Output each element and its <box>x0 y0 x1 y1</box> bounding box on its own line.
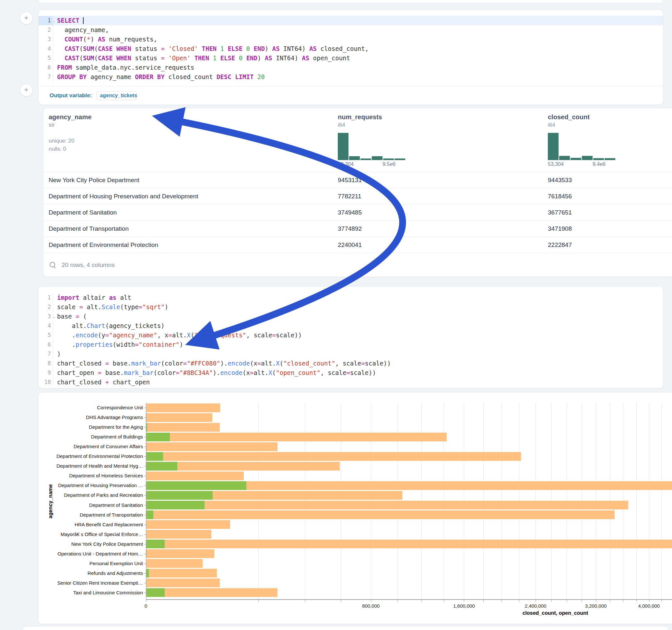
code-line[interactable]: 2scale = alt.Scale(type="sqrt") <box>39 302 663 312</box>
gridline <box>661 403 662 599</box>
code-token: WHEN <box>116 45 131 52</box>
add-cell-button[interactable]: + <box>20 12 33 25</box>
table-cell: 3471908 <box>543 225 672 232</box>
code-token: = <box>135 341 138 348</box>
code-token: mark_bar <box>131 360 161 367</box>
code-line[interactable]: 1import altair as alt <box>39 293 663 302</box>
x-tick <box>567 600 567 602</box>
table-cell: 3677651 <box>543 209 672 216</box>
column-header-closed_count[interactable]: closed_counti6453,3049.4e6 <box>543 114 672 167</box>
chevron-down-icon[interactable]: ⌄ <box>53 16 55 26</box>
search-icon[interactable] <box>49 262 56 269</box>
code-token: . <box>57 341 75 348</box>
code-token: X <box>187 332 190 339</box>
code-line[interactable]: 2 agency_name, <box>39 25 663 35</box>
y-axis-label: Department of Buildings <box>39 434 143 440</box>
code-token: 1 <box>220 45 224 52</box>
code-token: ( <box>280 360 283 367</box>
code-token: ( <box>79 45 83 52</box>
code-line[interactable]: 6FROM sample_data.nyc.service_requests <box>39 63 663 72</box>
column-header-agency_name[interactable]: agency_namestrunique: 20nulls: 0 <box>44 114 333 167</box>
column-header-num_requests[interactable]: num_requestsi6453,3049.5e6 <box>333 114 543 167</box>
histogram-bar <box>548 133 558 160</box>
code-line-text: COUNT(*) AS num_requests, <box>53 35 663 44</box>
code-token: mark_bar <box>124 369 154 376</box>
code-token: scale)) <box>365 360 391 367</box>
code-token: "#8BC34A" <box>179 369 213 376</box>
line-number: 1⌄ <box>39 16 53 25</box>
code-line[interactable]: 3⌄base = ( <box>39 312 663 321</box>
code-line[interactable]: 4 alt.Chart(agency_tickets) <box>39 321 663 331</box>
code-token: ) <box>91 35 98 43</box>
python-cell-card: 1import altair as alt2scale = alt.Scale(… <box>38 286 663 389</box>
histogram-bar <box>372 156 383 160</box>
histogram-bar <box>394 159 405 160</box>
code-token: alt. <box>261 360 276 367</box>
code-line[interactable]: 3 COUNT(*) AS num_requests, <box>39 35 663 44</box>
line-number: 6 <box>39 340 53 349</box>
chevron-down-icon[interactable]: ⌄ <box>53 312 55 321</box>
code-line[interactable]: 8chart_closed = base.mark_bar(color="#FF… <box>39 359 663 368</box>
code-line[interactable]: 6 .properties(width="container") <box>39 340 663 349</box>
code-token <box>254 73 257 80</box>
code-token: "container" <box>139 341 179 348</box>
bar-closed-count <box>146 442 278 451</box>
x-tick <box>502 600 502 602</box>
code-token: alt. <box>57 322 87 329</box>
code-token: altair <box>79 294 109 301</box>
bar-open-count <box>146 462 177 470</box>
x-tick <box>519 600 519 602</box>
code-line[interactable]: 1⌄SELECT <box>39 16 663 25</box>
x-tick-label: 1,600,000 <box>441 603 486 609</box>
add-cell-button[interactable]: + <box>20 83 33 97</box>
code-token: AS <box>98 35 105 43</box>
line-number: 9 <box>39 368 53 378</box>
table-cell: 2240041 <box>333 241 543 248</box>
code-token: = <box>139 303 142 311</box>
code-line[interactable]: 4 CAST(SUM(CASE WHEN status = 'Closed' T… <box>39 44 663 53</box>
code-line[interactable]: 7) <box>39 349 663 359</box>
code-line[interactable]: 7GROUP BY agency_name ORDER BY closed_co… <box>39 72 663 82</box>
code-token <box>113 54 116 62</box>
code-token: scale <box>57 303 79 311</box>
code-token: closed_count <box>165 73 217 80</box>
code-line[interactable]: 9chart_open = base.mark_bar(color="#8BC3… <box>39 368 663 378</box>
code-line[interactable]: 5 .encode(y="agency_name", x=alt.X("num_… <box>39 331 663 340</box>
table-row: New York City Police Department945313194… <box>44 172 672 188</box>
line-number: 8 <box>39 359 53 368</box>
code-token: chart_open <box>57 369 98 376</box>
table-cell: 2222847 <box>543 241 672 248</box>
sql-editor[interactable]: 1⌄SELECT 2 agency_name,3 COUNT(*) AS num… <box>39 10 663 82</box>
code-line[interactable]: 10chart_closed + chart_open <box>39 378 663 387</box>
code-token: agency_name <box>87 73 135 80</box>
code-token: scale)) <box>276 332 302 339</box>
code-token: X <box>268 369 272 376</box>
x-tick <box>371 600 371 602</box>
code-token <box>57 35 65 43</box>
code-token: ( <box>272 369 276 376</box>
code-token: base. <box>101 369 124 376</box>
code-token: ) <box>257 54 265 62</box>
histogram-bar <box>605 158 615 160</box>
sql-cell-card: 1⌄SELECT 2 agency_name,3 COUNT(*) AS num… <box>38 10 663 105</box>
x-tick <box>649 600 649 602</box>
output-variable-pill[interactable]: agency_tickets <box>96 91 137 100</box>
code-line[interactable]: 5 CAST(SUM(CASE WHEN status = 'Open' THE… <box>39 53 663 63</box>
code-token: "num_requests" <box>194 332 246 339</box>
code-token: CASE <box>98 45 113 52</box>
histogram-bar <box>559 156 570 160</box>
code-token: 20 <box>257 73 265 80</box>
code-token: status <box>131 54 161 62</box>
code-token: encode <box>220 369 242 376</box>
python-editor[interactable]: 1import altair as alt2scale = alt.Scale(… <box>39 287 663 387</box>
code-token: (color <box>161 360 183 367</box>
code-token <box>191 54 194 62</box>
code-token <box>235 54 239 62</box>
histogram-label: 53,304 <box>338 162 354 167</box>
bar-closed-count <box>146 579 220 587</box>
code-token: ELSE <box>220 54 235 62</box>
code-token: = <box>168 332 172 339</box>
code-token: * <box>87 35 91 43</box>
column-histogram <box>338 133 543 160</box>
histogram-bar <box>360 159 371 160</box>
